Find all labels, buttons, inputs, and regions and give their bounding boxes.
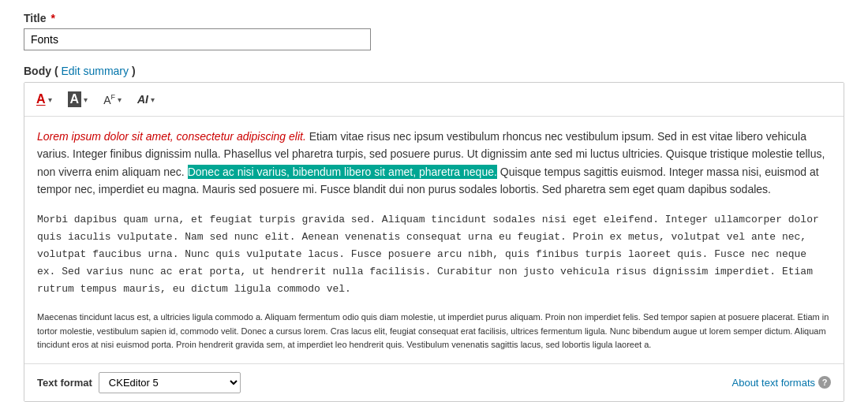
para1-highlighted-text: Donec ac nisi varius, bibendum libero si… [188,165,497,179]
para1-red-text: Lorem ipsum dolor sit amet, consectetur … [37,130,306,143]
about-text-formats-link[interactable]: About text formats ? [732,376,832,389]
font-color-chevron: ▾ [48,95,52,104]
paragraph-3: Maecenas tincidunt lacus est, a ultricie… [37,311,831,352]
help-icon: ? [818,376,831,389]
paragraph-1: Lorem ipsum dolor sit amet, consectetur … [37,128,831,199]
editor-content[interactable]: Lorem ipsum dolor sit amet, consectetur … [24,117,844,363]
editor-footer: Text format CKEditor 5 Plain text Basic … [24,363,844,401]
edit-summary-link[interactable]: Edit summary [61,65,129,77]
body-label-text: Body [24,65,51,77]
ai-button[interactable]: AI ▾ [132,89,160,110]
font-size-chevron: ▾ [118,95,122,104]
footer-left: Text format CKEditor 5 Plain text Basic … [37,372,241,393]
paragraph-2: Morbi dapibus quam urna, et feugiat turp… [37,211,831,298]
font-color-button[interactable]: A ▾ [31,88,58,110]
title-label: Title * [24,12,844,24]
ai-chevron: ▾ [151,95,155,104]
editor-wrapper: A ▾ A ▾ AF ▾ AI ▾ Lorem ip [24,82,844,402]
font-bg-icon: A [68,91,82,107]
body-section: Body ( Edit summary ) A ▾ A ▾ AF ▾ [24,65,844,402]
font-size-button[interactable]: AF ▾ [98,89,127,110]
required-indicator: * [48,12,55,24]
text-format-select[interactable]: CKEditor 5 Plain text Basic HTML Full HT… [99,372,241,393]
title-section: Title * [24,12,844,50]
font-color-icon: A [36,92,46,106]
title-label-text: Title [24,12,47,24]
editor-toolbar: A ▾ A ▾ AF ▾ AI ▾ [24,83,844,117]
font-size-icon: AF [103,93,115,106]
title-input[interactable] [24,28,371,50]
text-format-label: Text format [37,377,92,389]
font-bg-button[interactable]: A ▾ [62,87,94,111]
body-label: Body ( Edit summary ) [24,65,844,77]
ai-icon: AI [137,93,148,106]
about-link-text: About text formats [732,377,816,389]
page-wrapper: Title * Body ( Edit summary ) A ▾ A ▾ [0,0,868,402]
font-bg-chevron: ▾ [84,95,88,104]
